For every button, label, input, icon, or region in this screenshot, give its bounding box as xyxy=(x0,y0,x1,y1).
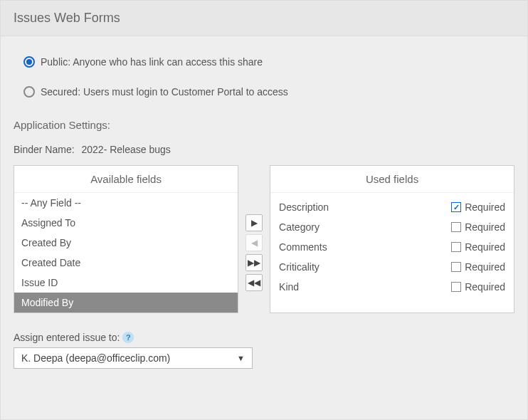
assign-label: Assign entered issue to: xyxy=(14,332,120,343)
required-checkbox[interactable] xyxy=(451,222,461,232)
required-checkbox[interactable] xyxy=(451,242,461,252)
transfer-buttons: ▶ ◀ ▶▶ ◀◀ xyxy=(245,165,263,313)
assign-label-row: Assign entered issue to: ? xyxy=(14,332,514,343)
required-group: Required xyxy=(451,201,505,213)
used-fields-title: Used fields xyxy=(270,166,514,193)
list-item[interactable]: -- Any Field -- xyxy=(14,193,238,213)
used-field-row: CommentsRequired xyxy=(276,237,508,257)
list-item[interactable]: Created By xyxy=(14,233,238,253)
application-settings-label: Application Settings: xyxy=(14,119,514,131)
assign-select[interactable]: K. Deepa (deepa@officeclip.com) ▼ xyxy=(14,347,253,369)
move-all-left-button[interactable]: ◀◀ xyxy=(245,274,263,291)
move-all-right-button[interactable]: ▶▶ xyxy=(245,254,263,271)
available-fields-title: Available fields xyxy=(14,166,238,193)
page-title: Issues Web Forms xyxy=(14,11,514,26)
access-option-public[interactable]: Public: Anyone who has link can access t… xyxy=(23,56,514,68)
radio-icon xyxy=(23,86,35,98)
required-group: Required xyxy=(451,281,505,293)
access-option-secured[interactable]: Secured: Users must login to Customer Po… xyxy=(23,86,514,98)
help-icon[interactable]: ? xyxy=(122,332,134,343)
available-fields-list[interactable]: -- Any Field --Assigned ToCreated ByCrea… xyxy=(14,193,238,313)
required-group: Required xyxy=(451,261,505,273)
required-label: Required xyxy=(465,221,505,233)
list-item[interactable]: Created Date xyxy=(14,253,238,273)
required-label: Required xyxy=(465,281,505,293)
radio-label: Public: Anyone who has link can access t… xyxy=(41,56,263,68)
page-body: Public: Anyone who has link can access t… xyxy=(1,36,527,382)
required-checkbox[interactable] xyxy=(451,282,461,292)
binder-row: Binder Name: 2022- Release bugs xyxy=(14,144,514,155)
required-group: Required xyxy=(451,221,505,233)
used-field-row: DescriptionRequired xyxy=(276,197,508,217)
required-label: Required xyxy=(465,241,505,253)
radio-icon xyxy=(23,56,35,68)
fields-transfer-area: Available fields -- Any Field --Assigned… xyxy=(14,165,514,313)
used-field-label: Criticality xyxy=(279,261,320,273)
move-left-button[interactable]: ◀ xyxy=(245,234,263,251)
move-right-button[interactable]: ▶ xyxy=(245,214,263,231)
used-fields-panel: Used fields DescriptionRequiredCategoryR… xyxy=(270,165,514,313)
used-field-row: KindRequired xyxy=(276,277,508,297)
required-group: Required xyxy=(451,241,505,253)
used-field-label: Description xyxy=(279,201,329,213)
required-checkbox[interactable] xyxy=(451,202,461,212)
page-header: Issues Web Forms xyxy=(1,1,527,36)
binder-name-value: 2022- Release bugs xyxy=(81,144,170,155)
required-checkbox[interactable] xyxy=(451,262,461,272)
used-field-row: CriticalityRequired xyxy=(276,257,508,277)
used-field-row: CategoryRequired xyxy=(276,217,508,237)
page-root: Issues Web Forms Public: Anyone who has … xyxy=(0,0,528,420)
required-label: Required xyxy=(465,201,505,213)
available-fields-list-wrap: -- Any Field --Assigned ToCreated ByCrea… xyxy=(14,193,238,313)
available-fields-panel: Available fields -- Any Field --Assigned… xyxy=(14,165,238,313)
used-field-label: Comments xyxy=(279,241,327,253)
access-radio-group: Public: Anyone who has link can access t… xyxy=(23,56,514,98)
used-field-label: Category xyxy=(279,221,320,233)
used-field-label: Kind xyxy=(279,281,299,293)
list-item[interactable]: Modified By xyxy=(14,293,238,313)
radio-label: Secured: Users must login to Customer Po… xyxy=(41,86,288,98)
required-label: Required xyxy=(465,261,505,273)
binder-name-label: Binder Name: xyxy=(14,144,75,155)
used-fields-list: DescriptionRequiredCategoryRequiredComme… xyxy=(270,193,514,313)
assign-selected-value: K. Deepa (deepa@officeclip.com) xyxy=(21,352,170,364)
chevron-down-icon: ▼ xyxy=(237,354,245,362)
list-item[interactable]: Assigned To xyxy=(14,213,238,233)
list-item[interactable]: Issue ID xyxy=(14,273,238,293)
